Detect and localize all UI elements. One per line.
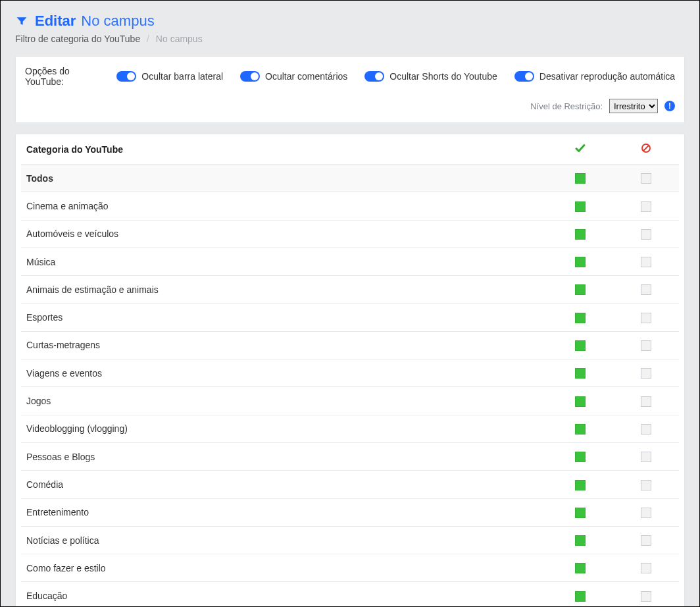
allow-checkbox[interactable] bbox=[575, 563, 586, 573]
category-allow-cell bbox=[547, 331, 613, 359]
check-icon bbox=[574, 142, 586, 156]
category-label: Animais de estimação e animais bbox=[21, 276, 547, 304]
category-allow-cell bbox=[547, 304, 613, 331]
category-table: Categoria do YouTube TodosCinema e a bbox=[21, 134, 679, 607]
allow-checkbox[interactable] bbox=[575, 480, 586, 490]
category-label: Música bbox=[21, 248, 547, 275]
category-allow-cell bbox=[547, 442, 613, 470]
block-checkbox[interactable] bbox=[641, 173, 651, 184]
table-row: Esportes bbox=[21, 304, 679, 331]
allow-checkbox[interactable] bbox=[575, 396, 586, 407]
allow-checkbox[interactable] bbox=[575, 424, 586, 435]
table-row: Todos bbox=[21, 165, 679, 192]
page-title-thin: No campus bbox=[81, 13, 154, 30]
allow-checkbox[interactable] bbox=[575, 452, 586, 462]
category-label: Esportes bbox=[21, 304, 547, 331]
table-row: Videoblogging (vlogging) bbox=[21, 415, 679, 442]
allow-checkbox[interactable] bbox=[575, 368, 586, 379]
allow-checkbox[interactable] bbox=[575, 173, 586, 184]
category-allow-cell bbox=[547, 165, 613, 192]
category-table-card: Categoria do YouTube TodosCinema e a bbox=[15, 134, 685, 607]
category-allow-cell bbox=[547, 498, 613, 526]
block-checkbox[interactable] bbox=[641, 396, 651, 407]
category-label: Viagens e eventos bbox=[21, 359, 547, 387]
block-checkbox[interactable] bbox=[641, 591, 651, 602]
allow-checkbox[interactable] bbox=[575, 201, 586, 212]
table-row: Comédia bbox=[21, 471, 679, 498]
block-checkbox[interactable] bbox=[641, 563, 651, 573]
breadcrumb-root[interactable]: Filtro de categoria do YouTube bbox=[15, 34, 140, 44]
block-checkbox[interactable] bbox=[641, 452, 651, 462]
info-icon[interactable]: ! bbox=[664, 101, 675, 111]
table-row: Curtas-metragens bbox=[21, 331, 679, 359]
category-block-cell bbox=[613, 304, 679, 331]
table-row: Automóveis e veículos bbox=[21, 220, 679, 248]
category-label: Automóveis e veículos bbox=[21, 220, 547, 248]
block-checkbox[interactable] bbox=[641, 201, 651, 212]
category-allow-cell bbox=[547, 276, 613, 304]
allow-checkbox[interactable] bbox=[575, 229, 586, 240]
category-block-cell bbox=[613, 387, 679, 415]
table-row: Jogos bbox=[21, 387, 679, 415]
table-row: Viagens e eventos bbox=[21, 359, 679, 387]
category-block-cell bbox=[613, 498, 679, 526]
category-allow-cell bbox=[547, 220, 613, 248]
category-label: Videoblogging (vlogging) bbox=[21, 415, 547, 442]
breadcrumb-current: No campus bbox=[156, 34, 203, 44]
toggle-hide-sidebar-label: Ocultar barra lateral bbox=[141, 71, 223, 82]
restriction-row: Nível de Restrição: Irrestrito ! bbox=[25, 99, 675, 113]
block-checkbox[interactable] bbox=[641, 313, 651, 323]
toggle-hide-sidebar-switch[interactable] bbox=[116, 71, 136, 82]
block-checkbox[interactable] bbox=[641, 284, 651, 295]
allow-checkbox[interactable] bbox=[575, 508, 586, 518]
breadcrumb: Filtro de categoria do YouTube / No camp… bbox=[15, 34, 685, 44]
allow-checkbox[interactable] bbox=[575, 535, 586, 546]
youtube-options-label: Opções do YouTube: bbox=[25, 66, 99, 87]
category-label: Entretenimento bbox=[21, 498, 547, 526]
page-title-row: Editar No campus bbox=[15, 13, 685, 30]
toggle-disable-autoplay-switch[interactable] bbox=[514, 71, 534, 82]
allow-checkbox[interactable] bbox=[575, 591, 586, 602]
page-title-bold: Editar bbox=[35, 13, 76, 30]
svg-line-1 bbox=[643, 145, 649, 151]
category-block-cell bbox=[613, 165, 679, 192]
block-checkbox[interactable] bbox=[641, 257, 651, 267]
category-block-cell bbox=[613, 220, 679, 248]
block-checkbox[interactable] bbox=[641, 480, 651, 490]
toggle-hide-shorts-switch[interactable] bbox=[364, 71, 384, 82]
category-block-cell bbox=[613, 359, 679, 387]
category-label: Todos bbox=[21, 165, 547, 192]
youtube-options-row: Opções do YouTube: Ocultar barra lateral… bbox=[25, 66, 675, 87]
category-allow-cell bbox=[547, 415, 613, 442]
table-row: Música bbox=[21, 248, 679, 275]
restriction-select[interactable]: Irrestrito bbox=[609, 99, 658, 113]
block-checkbox[interactable] bbox=[641, 340, 651, 351]
block-checkbox[interactable] bbox=[641, 424, 651, 435]
toggle-hide-sidebar: Ocultar barra lateral bbox=[116, 71, 223, 82]
toggle-hide-shorts: Ocultar Shorts do Youtube bbox=[364, 71, 497, 82]
allow-checkbox[interactable] bbox=[575, 313, 586, 323]
category-block-cell bbox=[613, 331, 679, 359]
table-row: Entretenimento bbox=[21, 498, 679, 526]
block-checkbox[interactable] bbox=[641, 535, 651, 546]
category-label: Como fazer e estilo bbox=[21, 554, 547, 582]
allow-checkbox[interactable] bbox=[575, 340, 586, 351]
header-category: Categoria do YouTube bbox=[21, 134, 547, 165]
category-label: Notícias e política bbox=[21, 526, 547, 554]
category-block-cell bbox=[613, 526, 679, 554]
category-block-cell bbox=[613, 248, 679, 275]
toggle-hide-shorts-label: Ocultar Shorts do Youtube bbox=[389, 71, 497, 82]
category-allow-cell bbox=[547, 554, 613, 582]
block-checkbox[interactable] bbox=[641, 368, 651, 379]
toggle-hide-comments-switch[interactable] bbox=[240, 71, 260, 82]
toggle-hide-comments: Ocultar comentários bbox=[240, 71, 347, 82]
breadcrumb-separator: / bbox=[147, 34, 149, 44]
toggle-disable-autoplay-label: Desativar reprodução automática bbox=[539, 71, 675, 82]
allow-checkbox[interactable] bbox=[575, 284, 586, 295]
block-checkbox[interactable] bbox=[641, 508, 651, 518]
block-checkbox[interactable] bbox=[641, 229, 651, 240]
category-label: Pessoas e Blogs bbox=[21, 442, 547, 470]
category-block-cell bbox=[613, 192, 679, 220]
restriction-label: Nível de Restrição: bbox=[530, 101, 603, 111]
allow-checkbox[interactable] bbox=[575, 257, 586, 267]
